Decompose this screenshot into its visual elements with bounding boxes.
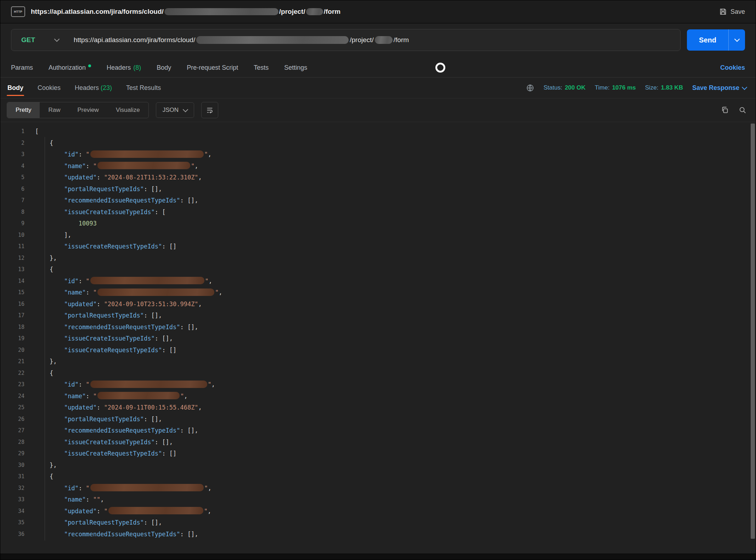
redacted-value: [90, 484, 204, 491]
line-content: "updated": "",: [24, 505, 211, 517]
save-response-label: Save Response: [692, 84, 739, 92]
code-line: 19 "issueCreateIssueTypeIds": [],: [0, 333, 756, 344]
line-content: "name": "",: [24, 494, 104, 505]
title-url-prefix: https://api.atlassian.com/jira/forms/clo…: [31, 8, 164, 16]
code-line: 17 "portalRequestTypeIds": [],: [0, 310, 756, 321]
code-line: 27 "recommendedIssueRequestTypeIds": [],: [0, 425, 756, 436]
line-number: 20: [0, 344, 24, 356]
tab-label: Settings: [284, 64, 307, 72]
code-line: 8 "issueCreateIssueTypeIds": [: [0, 206, 756, 218]
line-number: 16: [0, 298, 24, 310]
tab-label: Authorization: [49, 64, 86, 72]
response-body-editor[interactable]: 1[2 {3 "id": "",4 "name": "",5 "updated"…: [0, 122, 756, 554]
tab-count: (8): [133, 64, 141, 72]
view-mode-pretty[interactable]: Pretty: [7, 102, 40, 118]
tab-label: Headers: [75, 84, 99, 91]
method-label: GET: [21, 36, 35, 44]
save-request-button[interactable]: Save: [719, 8, 745, 16]
line-content: [: [24, 126, 39, 137]
title-url-suffix: /form: [324, 8, 341, 16]
line-number: 21: [0, 356, 24, 367]
send-button-group: Send: [687, 29, 745, 51]
send-button[interactable]: Send: [687, 29, 728, 51]
request-tab-params[interactable]: Params: [11, 64, 33, 72]
line-content: "portalRequestTypeIds": [],: [24, 517, 162, 528]
request-tab-tests[interactable]: Tests: [254, 64, 269, 72]
response-view-toolbar: PrettyRawPreviewVisualize JSON: [0, 98, 756, 122]
line-content: },: [24, 459, 57, 471]
line-number: 29: [0, 448, 24, 459]
url-input[interactable]: https://api.atlassian.com/jira/forms/clo…: [67, 29, 680, 51]
redacted-value: [90, 381, 207, 388]
chevron-down-icon: [183, 107, 188, 113]
line-number: 9: [0, 218, 24, 229]
line-content: "issueCreateRequestTypeIds": []: [24, 241, 176, 252]
redacted-project-id: [306, 8, 323, 15]
http-request-icon: HTTP: [11, 6, 25, 17]
code-line: 24 "name": "",: [0, 390, 756, 402]
wrap-text-button[interactable]: [201, 102, 218, 118]
indent-guide-line: [45, 137, 45, 541]
request-tab-settings[interactable]: Settings: [284, 64, 307, 72]
scrollbar-thumb[interactable]: [751, 124, 755, 539]
size-badge: Size: 1.83 KB: [645, 84, 683, 91]
view-mode-raw[interactable]: Raw: [40, 102, 69, 118]
copy-response-button[interactable]: [721, 106, 729, 114]
line-number: 1: [0, 126, 24, 137]
response-tab-test-results[interactable]: Test Results: [125, 78, 162, 98]
request-tab-pre-request-script[interactable]: Pre-request Script: [187, 64, 238, 72]
request-tab-headers[interactable]: Headers(8): [107, 64, 141, 72]
line-content: "issueCreateIssueTypeIds": [],: [24, 333, 173, 344]
tab-label: Body: [7, 84, 23, 91]
tab-count: (23): [99, 84, 112, 91]
size-value: 1.83 KB: [661, 84, 683, 91]
line-number: 24: [0, 390, 24, 402]
status-value: 200 OK: [565, 84, 586, 91]
line-content: "recommendedIssueRequestTypeIds": [],: [24, 195, 198, 206]
request-tab-authorization[interactable]: Authorization: [49, 64, 91, 72]
code-line: 3 "id": "",: [0, 149, 756, 160]
code-line: 6 "portalRequestTypeIds": [],: [0, 183, 756, 195]
line-content: "updated": "2024-08-21T11:53:22.310Z",: [24, 172, 202, 183]
response-tab-headers[interactable]: Headers (23): [74, 78, 113, 98]
response-tabs-list: BodyCookiesHeaders (23)Test Results: [7, 78, 174, 98]
tab-label: Params: [11, 64, 33, 72]
vertical-scrollbar[interactable]: [750, 124, 755, 552]
line-content: },: [24, 356, 57, 367]
line-content: "issueCreateIssueTypeIds": [: [24, 206, 165, 218]
status-label: Status:: [543, 84, 562, 91]
cookies-link[interactable]: Cookies: [720, 64, 745, 72]
response-tab-body[interactable]: Body: [7, 78, 24, 98]
method-select[interactable]: GET: [11, 29, 67, 51]
request-tab-body[interactable]: Body: [157, 64, 171, 72]
line-content: "name": "",: [24, 287, 222, 298]
time-value: 1076 ms: [612, 84, 636, 91]
code-line: 23 "id": "",: [0, 379, 756, 390]
line-number: 2: [0, 137, 24, 149]
view-mode-visualize[interactable]: Visualize: [107, 102, 148, 118]
line-content: "updated": "2024-09-11T00:15:55.468Z",: [24, 402, 202, 413]
line-content: "name": "",: [24, 390, 188, 402]
tab-label: Test Results: [126, 84, 161, 91]
format-select[interactable]: JSON: [156, 102, 194, 118]
search-response-button[interactable]: [739, 106, 746, 114]
code-line: 33 "name": "",: [0, 494, 756, 505]
search-icon: [739, 106, 746, 114]
send-options-button[interactable]: [728, 29, 745, 51]
response-meta: Status: 200 OK Time: 1076 ms Size: 1.83 …: [526, 84, 746, 92]
line-content: {: [24, 264, 53, 275]
code-line: 31 {: [0, 471, 756, 482]
code-line: 10 ],: [0, 229, 756, 241]
url-suffix: /form: [394, 36, 409, 44]
network-globe-icon: [526, 84, 534, 92]
redacted-value: [97, 392, 180, 399]
view-mode-preview[interactable]: Preview: [69, 102, 107, 118]
line-number: 14: [0, 275, 24, 287]
response-tab-cookies[interactable]: Cookies: [37, 78, 61, 98]
line-content: "name": "",: [24, 160, 198, 172]
save-response-button[interactable]: Save Response: [692, 84, 746, 92]
size-label: Size:: [645, 84, 659, 91]
line-number: 35: [0, 517, 24, 528]
code-line: 22 {: [0, 367, 756, 379]
code-line: 12 },: [0, 252, 756, 264]
